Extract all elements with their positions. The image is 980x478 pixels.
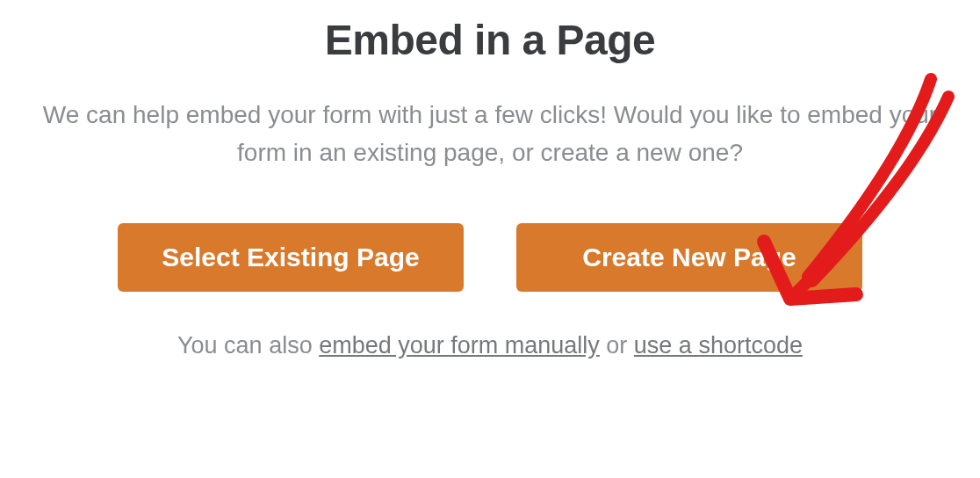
embed-manually-link[interactable]: embed your form manually	[319, 332, 600, 358]
create-new-page-button[interactable]: Create New Page	[516, 223, 862, 292]
use-shortcode-link[interactable]: use a shortcode	[634, 332, 803, 358]
modal-subtitle: We can help embed your form with just a …	[29, 96, 951, 172]
footer-middle: or	[600, 332, 634, 358]
footer-text: You can also embed your form manually or…	[177, 332, 803, 359]
footer-prefix: You can also	[177, 332, 319, 358]
select-existing-page-button[interactable]: Select Existing Page	[118, 223, 464, 292]
modal-title: Embed in a Page	[325, 16, 656, 64]
button-row: Select Existing Page Create New Page	[118, 223, 862, 292]
